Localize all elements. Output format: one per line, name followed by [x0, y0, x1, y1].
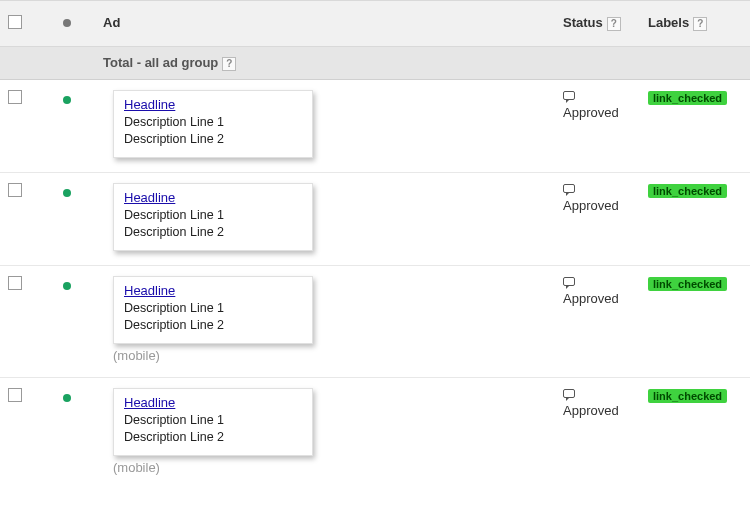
ad-headline-link[interactable]: Headline: [124, 283, 175, 298]
help-icon[interactable]: ?: [222, 57, 236, 71]
status-text: Approved: [563, 105, 619, 120]
status-dot-header-icon: [63, 19, 71, 27]
mobile-indicator: (mobile): [113, 460, 547, 475]
ad-description-2: Description Line 2: [124, 429, 302, 447]
status-dot-icon: [63, 96, 71, 104]
row-checkbox[interactable]: [8, 276, 22, 290]
ads-table: Ad Status? Labels? Total - all ad group?…: [0, 0, 750, 489]
comment-icon[interactable]: [563, 277, 575, 286]
comment-icon[interactable]: [563, 389, 575, 398]
ad-description-1: Description Line 1: [124, 300, 302, 318]
ad-preview-card: HeadlineDescription Line 1Description Li…: [113, 90, 313, 158]
ad-description-1: Description Line 1: [124, 114, 302, 132]
ad-headline-link[interactable]: Headline: [124, 97, 175, 112]
ad-description-2: Description Line 2: [124, 317, 302, 335]
ad-preview-card: HeadlineDescription Line 1Description Li…: [113, 388, 313, 456]
summary-row: Total - all ad group?: [0, 47, 750, 80]
comment-icon[interactable]: [563, 91, 575, 100]
help-icon[interactable]: ?: [693, 17, 707, 31]
column-header-labels[interactable]: Labels: [648, 15, 689, 30]
comment-icon[interactable]: [563, 184, 575, 193]
ad-preview-card: HeadlineDescription Line 1Description Li…: [113, 276, 313, 344]
ad-preview-card: HeadlineDescription Line 1Description Li…: [113, 183, 313, 251]
help-icon[interactable]: ?: [607, 17, 621, 31]
status-text: Approved: [563, 198, 619, 213]
table-header-row: Ad Status? Labels?: [0, 1, 750, 47]
status-dot-icon: [63, 282, 71, 290]
table-row: HeadlineDescription Line 1Description Li…: [0, 265, 750, 377]
status-dot-icon: [63, 189, 71, 197]
ad-headline-link[interactable]: Headline: [124, 395, 175, 410]
label-chip[interactable]: link_checked: [648, 91, 727, 105]
select-all-checkbox[interactable]: [8, 15, 22, 29]
table-row: HeadlineDescription Line 1Description Li…: [0, 377, 750, 489]
column-header-status[interactable]: Status: [563, 15, 603, 30]
summary-text: Total - all ad group: [103, 55, 218, 70]
row-checkbox[interactable]: [8, 90, 22, 104]
status-text: Approved: [563, 291, 619, 306]
column-header-ad[interactable]: Ad: [103, 15, 120, 30]
label-chip[interactable]: link_checked: [648, 184, 727, 198]
label-chip[interactable]: link_checked: [648, 389, 727, 403]
status-text: Approved: [563, 403, 619, 418]
table-row: HeadlineDescription Line 1Description Li…: [0, 172, 750, 265]
table-row: HeadlineDescription Line 1Description Li…: [0, 79, 750, 172]
label-chip[interactable]: link_checked: [648, 277, 727, 291]
mobile-indicator: (mobile): [113, 348, 547, 363]
ad-headline-link[interactable]: Headline: [124, 190, 175, 205]
row-checkbox[interactable]: [8, 388, 22, 402]
ad-description-1: Description Line 1: [124, 207, 302, 225]
status-dot-icon: [63, 394, 71, 402]
ad-description-1: Description Line 1: [124, 412, 302, 430]
ad-description-2: Description Line 2: [124, 224, 302, 242]
row-checkbox[interactable]: [8, 183, 22, 197]
ad-description-2: Description Line 2: [124, 131, 302, 149]
